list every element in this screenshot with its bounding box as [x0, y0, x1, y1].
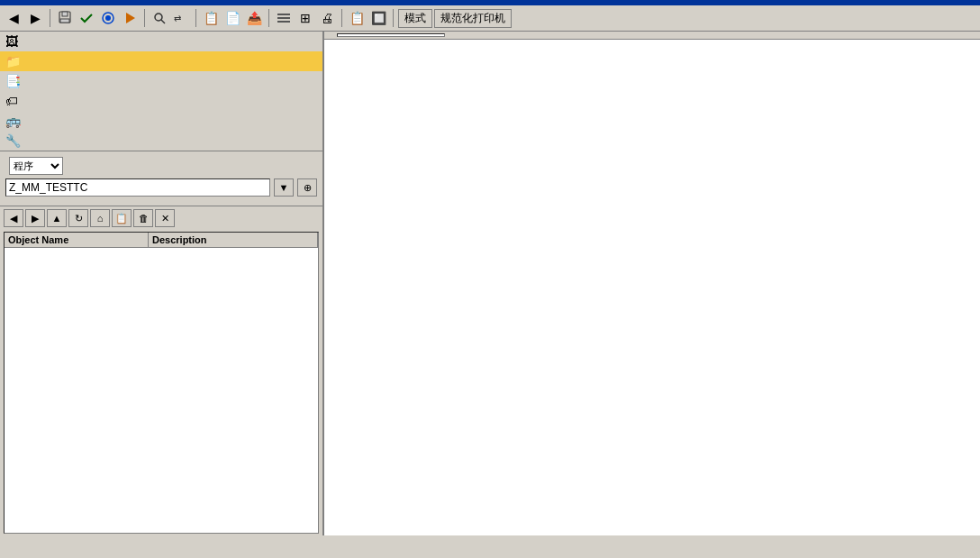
red2-button[interactable]: 🔲	[368, 8, 388, 28]
nav-repo-browser[interactable]: 📁	[0, 51, 322, 71]
svg-text:⇄: ⇄	[174, 14, 181, 23]
search-dropdown-btn[interactable]: ▼	[274, 178, 294, 197]
object-tree: Object Name Description	[4, 232, 319, 534]
tag-browser-icon: 🏷	[5, 94, 18, 108]
more-button[interactable]: ⊞	[295, 8, 315, 28]
mode-button[interactable]: 模式	[398, 9, 432, 28]
block-button[interactable]: 📋	[201, 8, 221, 28]
check-button[interactable]	[77, 8, 96, 28]
search-area: 程序 ▼ ⊕	[0, 151, 322, 206]
svg-rect-11	[277, 21, 290, 23]
unblock-button[interactable]: 📄	[222, 8, 242, 28]
svg-rect-9	[277, 14, 290, 15]
toolbar: ◀ ▶ ⇄ 📋 📄 📤 ⊞ 🖨 📋 🔲 模式 规范化打印机	[0, 5, 980, 32]
nav-repo-info[interactable]: 📑	[0, 71, 322, 91]
test-wb-icon: 🔧	[5, 133, 21, 148]
settings-button[interactable]	[274, 8, 294, 28]
svg-rect-10	[277, 17, 290, 19]
sep2	[144, 9, 145, 27]
save-button[interactable]	[55, 8, 75, 28]
code-area[interactable]	[324, 40, 980, 535]
nav-down-btn[interactable]: ↻	[68, 209, 88, 227]
search-go-btn[interactable]: ⊕	[297, 178, 317, 197]
print-format-button[interactable]: 规范化打印机	[434, 9, 512, 28]
svg-point-6	[155, 14, 162, 21]
run-button[interactable]	[120, 8, 140, 28]
nav-delete-btn[interactable]: 🗑	[133, 209, 153, 227]
back-button[interactable]: ◀	[4, 8, 23, 28]
svg-point-4	[105, 15, 111, 21]
nav-up-btn[interactable]: ▲	[47, 209, 67, 227]
nav-transport[interactable]: 🚌	[0, 111, 322, 131]
sep4	[268, 9, 269, 27]
search-row-1: 程序	[5, 157, 317, 175]
sep1	[50, 9, 50, 27]
replace-button[interactable]: ⇄	[171, 8, 191, 28]
search-row-2: ▼ ⊕	[5, 178, 317, 197]
nav-back-btn[interactable]: ◀	[4, 209, 23, 227]
red1-button[interactable]: 📋	[347, 8, 367, 28]
nav-fwd-btn[interactable]: ▶	[25, 209, 45, 227]
sep5	[341, 9, 342, 27]
search-input[interactable]	[5, 178, 270, 197]
sep3	[195, 9, 196, 27]
nav-tag-browser[interactable]: 🏷	[0, 91, 322, 111]
print-button[interactable]: 🖨	[317, 8, 337, 28]
activate-button[interactable]	[98, 8, 118, 28]
svg-rect-2	[60, 19, 69, 23]
nav-add-btn[interactable]: 📋	[112, 209, 132, 227]
report-value	[337, 33, 445, 37]
nav-test-wb[interactable]: 🔧	[0, 131, 322, 151]
nav-toolbar: ◀ ▶ ▲ ↻ ⌂ 📋 🗑 ✕	[0, 206, 322, 230]
insert-button[interactable]: 📤	[244, 8, 264, 28]
col-object-name: Object Name	[5, 233, 149, 247]
repo-browser-icon: 📁	[5, 54, 21, 69]
repo-info-icon: 📑	[5, 74, 21, 88]
svg-line-7	[161, 20, 165, 23]
transport-icon: 🚌	[5, 114, 21, 128]
find-button[interactable]	[150, 8, 169, 28]
main-layout: 🖼 📁 📑 🏷 🚌 🔧 程序	[0, 32, 980, 535]
svg-rect-1	[62, 12, 68, 16]
nav-mime[interactable]: 🖼	[0, 32, 322, 51]
nav-home-btn[interactable]: ⌂	[90, 209, 110, 227]
mime-icon: 🖼	[5, 34, 18, 49]
tree-header: Object Name Description	[5, 233, 318, 248]
search-dropdown[interactable]: 程序	[9, 157, 63, 175]
sep6	[393, 9, 394, 27]
editor-header	[324, 32, 980, 40]
forward-button[interactable]: ▶	[25, 8, 45, 28]
right-panel	[324, 32, 980, 535]
nav-close-btn[interactable]: ✕	[155, 209, 175, 227]
col-description: Description	[149, 233, 318, 247]
svg-marker-5	[126, 13, 135, 23]
left-panel: 🖼 📁 📑 🏷 🚌 🔧 程序	[0, 32, 324, 535]
